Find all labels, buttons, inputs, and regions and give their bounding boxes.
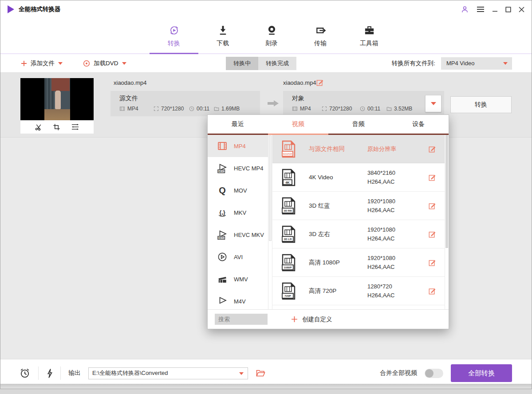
output-path-input[interactable]	[88, 367, 248, 379]
popup-right-scrollbar[interactable]	[445, 135, 449, 309]
tab-converted[interactable]: 转换完成	[258, 57, 296, 70]
toolbox-icon	[363, 24, 375, 36]
edit-preset-icon[interactable]	[428, 145, 436, 153]
popup-tab-device[interactable]: 设备	[388, 115, 449, 134]
format-item-avi[interactable]: AVI	[208, 246, 272, 268]
window-title: 全能格式转换器	[19, 5, 61, 13]
format-item-hevc-mp4[interactable]: HEVC HEVC MP4	[208, 157, 272, 179]
preset-name: 高清 720P	[309, 287, 367, 295]
open-folder-icon[interactable]	[256, 369, 265, 377]
format-item-m4v[interactable]: M4V	[208, 290, 272, 309]
edit-preset-icon[interactable]	[428, 202, 436, 210]
preset-item-3d-rb[interactable]: 3D RB 3D 红蓝 1920*1080 H264,AAC	[272, 192, 449, 220]
output-path-select[interactable]	[88, 367, 248, 379]
preset-item-hd-720p[interactable]: 720P 高清 720P 1280*720 H264,AAC	[272, 277, 449, 305]
convert-all-button[interactable]: 全部转换	[451, 364, 512, 382]
create-custom-label: 创建自定义	[302, 315, 332, 323]
schedule-icon[interactable]	[19, 367, 31, 379]
thumbnail-preview	[20, 78, 94, 120]
source-panel-title: 源文件	[119, 95, 260, 102]
nav-tab-convert[interactable]: 转换	[150, 18, 198, 53]
add-file-button[interactable]: 添加文件	[21, 54, 63, 72]
close-button[interactable]	[519, 7, 524, 12]
format-list: MP4 HEVC HEVC MP4 Q MOV {,} MKV HEVC HEV…	[208, 135, 272, 309]
toggle-knob	[425, 369, 433, 378]
nav-tab-label: 转换	[168, 39, 180, 47]
load-dvd-button[interactable]: 加载DVD	[83, 54, 126, 72]
format-popup: 最近 视频 音频 设备 MP4 HEVC HEVC MP4 Q MOV {,} …	[207, 114, 449, 329]
svg-text:Q: Q	[219, 185, 226, 195]
preset-spec: 原始分辨率	[367, 145, 425, 154]
format-item-hevc-mkv[interactable]: HEVC HEVC MKV	[208, 224, 272, 246]
format-item-mp4[interactable]: MP4	[208, 135, 272, 157]
preset-codec: H264,AAC	[367, 177, 425, 186]
edit-preset-icon[interactable]	[428, 230, 436, 238]
load-dvd-label: 加载DVD	[94, 59, 118, 67]
svg-text:1080P: 1080P	[284, 266, 292, 269]
target-panel-title: 对象	[292, 95, 444, 102]
menu-icon[interactable]	[477, 6, 485, 12]
popup-left-scrollbar[interactable]	[268, 135, 272, 309]
convert-icon	[168, 24, 180, 36]
rename-icon[interactable]	[316, 79, 324, 87]
output-label: 输出	[68, 369, 81, 377]
minimize-button[interactable]	[492, 7, 498, 12]
divider	[60, 366, 61, 380]
preset-resolution: 1920*1080	[367, 197, 425, 206]
video-frame	[44, 78, 70, 120]
popup-tab-audio[interactable]: 音频	[328, 115, 389, 134]
nav-tab-toolbox[interactable]: 工具箱	[345, 18, 394, 53]
preset-name: 3D 左右	[309, 230, 367, 238]
hardware-accel-icon[interactable]	[46, 368, 53, 378]
preset-spec: 1920*1080 H264,AAC	[367, 225, 425, 243]
preset-resolution: 1920*1080	[367, 225, 425, 234]
preset-resolution: 1920*1080	[367, 254, 425, 263]
preset-name: 与源文件相同	[309, 145, 367, 153]
mp4-icon	[217, 141, 228, 151]
film-icon	[119, 106, 125, 111]
stat-size: 3.52MB	[386, 106, 412, 112]
crop-icon[interactable]	[53, 123, 60, 131]
target-panel: 对象 MP4 720*1280 00:11 3.52MB	[283, 91, 444, 116]
maximize-button[interactable]	[505, 7, 511, 12]
preset-spec: 1280*720 H264,AAC	[367, 282, 425, 300]
output-format-select[interactable]: MP4 Video	[441, 57, 512, 70]
nav-tab-download[interactable]: 下载	[198, 18, 247, 53]
app-logo-icon	[8, 5, 14, 13]
format-item-wmv[interactable]: WMV	[208, 268, 272, 290]
popup-tab-video[interactable]: 视频	[268, 115, 328, 134]
transfer-icon	[315, 24, 327, 36]
trim-icon[interactable]	[35, 123, 42, 131]
preset-item-same-as-source[interactable]: source 与源文件相同 原始分辨率	[272, 135, 449, 163]
preset-item-3d-lr[interactable]: 3D LR 3D 左右 1920*1080 H264,AAC	[272, 220, 449, 248]
edit-preset-icon[interactable]	[428, 259, 436, 267]
mov-icon: Q	[217, 185, 228, 196]
wmv-icon	[217, 274, 228, 284]
avi-icon	[217, 252, 228, 262]
nav-tab-transfer[interactable]: 传输	[296, 18, 345, 53]
format-item-mkv[interactable]: {,} MKV	[208, 201, 272, 224]
chevron-down-icon	[122, 62, 126, 65]
account-icon[interactable]	[461, 5, 469, 14]
preset-item-4k[interactable]: 4K 4K Video 3840*2160 H264,AAC	[272, 163, 449, 192]
popup-footer: 创建自定义	[208, 309, 449, 329]
nav-tab-burn[interactable]: 刻录	[247, 18, 296, 53]
merge-toggle[interactable]	[425, 369, 443, 378]
target-format-dropdown-button[interactable]	[425, 95, 441, 112]
create-custom-button[interactable]: 创建自定义	[291, 315, 332, 323]
preset-item-hd-1080p[interactable]: 1080P 高清 1080P 1920*1080 H264,AAC	[272, 248, 449, 277]
titlebar: 全能格式转换器	[0, 0, 532, 18]
convert-button[interactable]: 转换	[450, 96, 512, 113]
source-preset-icon: source	[281, 140, 296, 158]
edit-preset-icon[interactable]	[428, 287, 436, 295]
search-input[interactable]	[215, 314, 268, 325]
preset-file-icon: 1080P	[281, 254, 296, 272]
stat-format: MP4	[292, 106, 322, 112]
format-item-mov[interactable]: Q MOV	[208, 179, 272, 201]
popup-tab-recent[interactable]: 最近	[208, 115, 268, 134]
stat-resolution: 720*1280	[154, 106, 189, 112]
tab-converting[interactable]: 转换中	[226, 57, 258, 70]
edit-preset-icon[interactable]	[428, 173, 436, 181]
effects-icon[interactable]	[71, 123, 79, 130]
target-filename: xiaodao.mp4	[283, 79, 316, 86]
